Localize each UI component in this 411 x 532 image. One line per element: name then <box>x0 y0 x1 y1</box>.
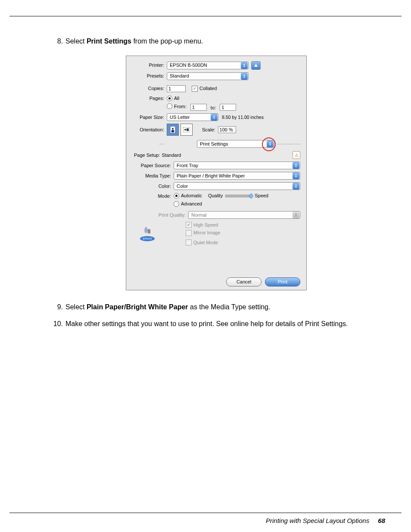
mode-row: Mode: Automatic Quality <box>134 193 300 208</box>
step-text: Select Print Settings from the pop-up me… <box>65 37 203 45</box>
options-row: EPSON High Speed <box>134 221 300 247</box>
print-settings-panel: Page Setup: Standard ⚠ Paper Source: Fro… <box>134 151 300 247</box>
quality-speed-slider[interactable]: Quality Speed <box>208 193 268 199</box>
checkbox-icon <box>186 240 192 246</box>
orientation-label: Orientation: <box>131 127 167 133</box>
updown-icon <box>211 114 218 121</box>
dialog-buttons: Cancel Print <box>131 277 301 286</box>
paper-size-label: Paper Size: <box>131 114 167 121</box>
step-text: Make other settings that you want to use… <box>65 320 348 327</box>
step-number: 9. <box>52 302 63 312</box>
copies-label: Copies: <box>131 85 167 92</box>
step-8: 8. Select Print Settings from the pop-up… <box>52 37 381 290</box>
bottom-rule <box>9 513 402 513</box>
instruction-list: 8. Select Print Settings from the pop-up… <box>52 37 381 329</box>
pages-to-input[interactable] <box>220 104 236 111</box>
mode-advanced-radio[interactable]: Advanced <box>174 201 202 207</box>
pages-from-radio[interactable]: From: <box>167 103 187 110</box>
document-page: 8. Select Print Settings from the pop-up… <box>0 0 411 532</box>
page-setup-value: Standard <box>162 152 181 159</box>
ink-icon: EPSON <box>138 221 156 244</box>
copies-row: Copies: Collated <box>131 85 301 92</box>
printer-status-button[interactable] <box>251 61 261 70</box>
page-setup-row: Page Setup: Standard ⚠ <box>134 151 300 159</box>
page-footer: Printing with Special Layout Options 68 <box>266 517 385 524</box>
high-speed-check: High Speed <box>186 222 218 228</box>
svg-rect-2 <box>171 130 174 132</box>
updown-icon <box>267 140 274 147</box>
checkbox-icon <box>192 86 198 92</box>
color-label: Color: <box>134 183 174 190</box>
media-type-label: Media Type: <box>134 173 174 179</box>
radio-icon <box>174 193 179 199</box>
svg-text:EPSON: EPSON <box>143 237 152 240</box>
printer-label: Printer: <box>131 62 167 68</box>
updown-icon <box>293 212 299 218</box>
quality-label: Quality <box>208 193 223 199</box>
print-dialog: Printer: EPSON B-500DN <box>126 56 307 290</box>
paper-source-select[interactable]: Front Tray <box>174 162 300 169</box>
pages-row: Pages: All <box>131 95 301 111</box>
checkbox-icon <box>186 222 192 228</box>
paper-size-row: Paper Size: US Letter 8.50 by 11.00 inch… <box>131 113 301 121</box>
print-button[interactable]: Print <box>265 277 300 286</box>
step-number: 10. <box>52 319 63 329</box>
presets-row: Presets: Standard <box>131 72 301 80</box>
section-menu-row: Print Settings <box>131 140 301 148</box>
print-quality-row: Print Quality: Normal <box>134 211 300 219</box>
presets-select[interactable]: Standard <box>167 72 249 80</box>
divider <box>159 144 164 144</box>
checkbox-icon <box>186 230 192 236</box>
updown-icon <box>241 62 248 69</box>
updown-icon <box>241 73 248 80</box>
copies-input[interactable] <box>167 85 186 92</box>
updown-icon <box>293 183 299 190</box>
print-dialog-screenshot: Printer: EPSON B-500DN <box>126 56 307 290</box>
printer-select[interactable]: EPSON B-500DN <box>167 62 249 69</box>
svg-rect-8 <box>148 229 150 233</box>
scale-input[interactable] <box>218 126 236 133</box>
pages-from-input[interactable] <box>190 104 207 111</box>
radio-icon <box>167 96 172 101</box>
color-row: Color: Color <box>134 182 300 190</box>
print-quality-label: Print Quality: <box>134 212 188 218</box>
presets-label: Presets: <box>131 73 167 79</box>
pages-all-radio[interactable]: All <box>167 95 179 102</box>
radio-icon <box>174 201 179 207</box>
radio-icon <box>167 103 172 109</box>
step-number: 8. <box>52 37 63 46</box>
pages-label: Pages: <box>131 95 167 102</box>
svg-rect-5 <box>187 128 189 131</box>
media-type-select[interactable]: Plain Paper / Bright White Paper <box>174 172 300 180</box>
pages-to-label: to: <box>211 105 216 110</box>
color-select[interactable]: Color <box>174 182 300 190</box>
paper-size-select[interactable]: US Letter <box>167 113 218 121</box>
step-9: 9. Select Plain Paper/Bright White Paper… <box>52 302 381 312</box>
orientation-portrait-button[interactable] <box>167 124 179 136</box>
updown-icon <box>293 172 299 179</box>
scale-label: Scale: <box>202 127 215 133</box>
slider-thumb-icon <box>249 193 253 199</box>
printer-row: Printer: EPSON B-500DN <box>131 61 301 70</box>
footer-page-number: 68 <box>378 517 385 524</box>
page-setup-label: Page Setup: <box>134 152 160 159</box>
paper-source-row: Paper Source: Front Tray <box>134 162 300 169</box>
orientation-landscape-button[interactable] <box>181 124 193 136</box>
divider <box>277 144 301 144</box>
mode-label: Mode: <box>134 193 174 199</box>
mirror-image-check: Mirror Image <box>186 230 220 236</box>
slider-track <box>225 195 252 197</box>
svg-point-4 <box>184 129 186 131</box>
mode-automatic-radio[interactable]: Automatic <box>174 193 202 199</box>
warning-icon[interactable]: ⚠ <box>293 151 300 159</box>
top-rule <box>9 16 402 16</box>
orientation-row: Orientation: Scale: <box>131 124 301 136</box>
cancel-button[interactable]: Cancel <box>226 277 262 286</box>
paper-size-dim: 8.50 by 11.00 inches <box>222 114 264 120</box>
section-menu-select[interactable]: Print Settings <box>197 140 274 148</box>
collated-check[interactable]: Collated <box>192 85 217 92</box>
page-content: 8. Select Print Settings from the pop-up… <box>52 37 381 336</box>
paper-source-label: Paper Source: <box>134 162 174 169</box>
speed-label: Speed <box>255 193 268 199</box>
updown-icon <box>293 162 299 169</box>
